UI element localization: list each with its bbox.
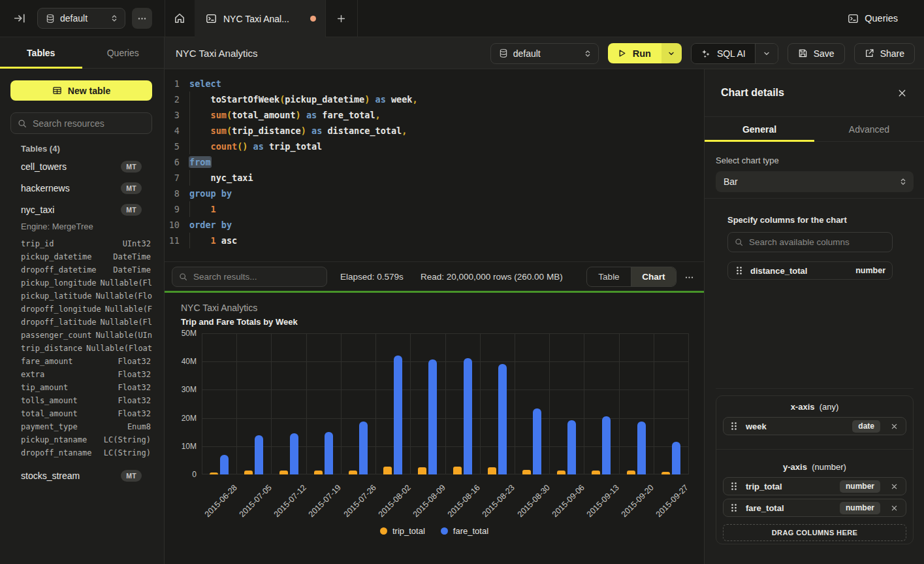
tab-general[interactable]: General bbox=[705, 118, 814, 141]
legend-item-fare_total[interactable]: fare_total bbox=[441, 526, 488, 536]
x-axis-tick-label: 2015-08-16 bbox=[446, 483, 482, 519]
table-column-row: dropoff_ntanameLC(String) bbox=[0, 446, 164, 459]
tab-advanced[interactable]: Advanced bbox=[814, 118, 924, 141]
table-column-row: dropoff_datetimeDateTime bbox=[0, 263, 164, 276]
bar-fare_total bbox=[464, 358, 472, 474]
close-panel-button[interactable] bbox=[894, 85, 910, 101]
sql-token: , bbox=[402, 125, 407, 136]
gridline-vertical bbox=[515, 333, 515, 474]
sql-token: 1 bbox=[211, 235, 216, 246]
tab-general-label: General bbox=[742, 124, 776, 135]
table-column-row: dropoff_longitudeNullable(F bbox=[0, 303, 164, 316]
sql-token: from bbox=[189, 157, 211, 167]
collapse-sidebar-button[interactable] bbox=[9, 10, 30, 26]
bar-fare_total bbox=[672, 442, 680, 474]
y-axis-tick-label: 30M bbox=[182, 385, 197, 394]
sidebar-tab-tables[interactable]: Tables bbox=[0, 37, 82, 68]
queries-icon bbox=[848, 13, 859, 24]
tab-nyc-taxi-analytics[interactable]: NYC Taxi Anal... bbox=[195, 0, 325, 37]
axis-column-type-badge: date bbox=[852, 420, 880, 433]
column-type: DateTime bbox=[113, 252, 151, 261]
sidebar-search-input[interactable]: Search resources bbox=[10, 112, 152, 134]
panel-divider bbox=[716, 388, 914, 389]
search-icon bbox=[735, 238, 743, 246]
chevron-down-icon bbox=[763, 50, 771, 58]
run-button[interactable]: Run bbox=[608, 43, 661, 63]
x-axis-item-week[interactable]: weekdate bbox=[723, 417, 906, 435]
sql-token: 1 bbox=[211, 204, 216, 214]
available-column-distance_total[interactable]: distance_totalnumber bbox=[727, 261, 893, 280]
share-button[interactable]: Share bbox=[854, 43, 915, 64]
sidebar-tab-queries[interactable]: Queries bbox=[82, 37, 165, 68]
home-tab[interactable] bbox=[165, 0, 195, 37]
results-search-input[interactable]: Search results... bbox=[172, 267, 327, 287]
view-chart-button[interactable]: Chart bbox=[631, 267, 676, 286]
table-name: hackernews bbox=[21, 183, 121, 193]
line-number: 6 bbox=[165, 157, 180, 167]
bar-trip_total bbox=[244, 471, 253, 474]
save-button[interactable]: Save bbox=[788, 43, 845, 64]
line-code: toStartOfWeek(pickup_datetime) as week, bbox=[189, 94, 418, 105]
legend-item-trip_total[interactable]: trip_total bbox=[380, 526, 425, 536]
sql-token bbox=[189, 141, 211, 152]
tab-divider bbox=[357, 0, 358, 37]
line-code: count() as trip_total bbox=[189, 141, 322, 152]
column-name: dropoff_latitude bbox=[21, 318, 97, 327]
table-row-stocks_stream[interactable]: stocks_streamMT bbox=[0, 465, 164, 486]
tab-title: NYC Taxi Anal... bbox=[223, 14, 304, 24]
column-type: Float32 bbox=[118, 409, 151, 418]
table-engine-line: Engine: MergeTree bbox=[0, 220, 164, 232]
bar-fare_total bbox=[533, 408, 541, 474]
table-column-row: trip_distanceNullable(Float bbox=[0, 342, 164, 355]
chart-type-label: Select chart type bbox=[716, 156, 779, 165]
sql-ai-options-button[interactable] bbox=[755, 44, 778, 63]
y-axis-item-fare_total[interactable]: fare_totalnumber bbox=[723, 499, 906, 517]
line-code: 1 asc bbox=[189, 235, 237, 246]
bar-trip_total bbox=[557, 471, 566, 474]
sql-token bbox=[370, 94, 375, 105]
new-tab-button[interactable] bbox=[325, 0, 357, 37]
sql-token: sum bbox=[211, 110, 227, 120]
rows-read-stats: Read: 20,000,000 rows (260.00 MB) bbox=[421, 272, 563, 282]
sql-token: order by bbox=[189, 220, 232, 230]
new-table-button[interactable]: New table bbox=[10, 80, 152, 101]
database-selector[interactable]: default bbox=[37, 8, 125, 29]
legend-label: fare_total bbox=[453, 526, 488, 536]
axes-divider bbox=[716, 449, 913, 450]
column-name: total_amount bbox=[21, 409, 78, 418]
run-options-button[interactable] bbox=[661, 43, 682, 63]
database-icon bbox=[499, 48, 508, 58]
columns-search-input[interactable]: Search available columns bbox=[727, 232, 893, 252]
column-type: Float32 bbox=[118, 396, 151, 405]
table-column-row: passenger_countNullable(UIn bbox=[0, 329, 164, 342]
run-database-selector[interactable]: default bbox=[490, 43, 599, 64]
chart-type-select[interactable]: Bar bbox=[716, 171, 914, 192]
y-axis-item-trip_total[interactable]: trip_totalnumber bbox=[723, 477, 906, 495]
results-view-toggle: Table Chart bbox=[586, 267, 677, 287]
column-name: trip_id bbox=[21, 239, 54, 248]
bar-trip_total bbox=[453, 467, 462, 474]
table-row-nyc_taxi[interactable]: nyc_taxiMT bbox=[0, 199, 164, 220]
sql-ai-button[interactable]: SQL AI bbox=[692, 44, 755, 63]
x-axis-tick-label: 2015-08-30 bbox=[515, 483, 551, 519]
bar-trip_total bbox=[418, 467, 426, 474]
sidebar-more-button[interactable] bbox=[132, 8, 152, 29]
table-engine-badge: MT bbox=[121, 470, 142, 482]
sql-editor[interactable]: 1select2 toStartOfWeek(pickup_datetime) … bbox=[165, 70, 704, 261]
remove-column-button[interactable] bbox=[889, 481, 899, 491]
table-row-hackernews[interactable]: hackernewsMT bbox=[0, 177, 164, 199]
drop-zone[interactable]: DRAG COLUMNS HERE bbox=[723, 524, 906, 541]
remove-column-button[interactable] bbox=[889, 503, 899, 513]
chart-type-value: Bar bbox=[724, 176, 894, 187]
table-column-row: fare_amountFloat32 bbox=[0, 355, 164, 368]
results-more-button[interactable] bbox=[680, 269, 697, 286]
gridline-vertical bbox=[306, 333, 307, 474]
queries-button[interactable]: Queries bbox=[848, 0, 898, 37]
table-row-cell_towers[interactable]: cell_towersMT bbox=[0, 156, 164, 177]
sql-token: () bbox=[237, 141, 247, 152]
remove-column-button[interactable] bbox=[889, 421, 899, 431]
legend-dot bbox=[380, 527, 387, 535]
line-code: nyc_taxi bbox=[189, 173, 253, 183]
play-icon bbox=[617, 48, 627, 58]
view-table-button[interactable]: Table bbox=[587, 267, 631, 286]
